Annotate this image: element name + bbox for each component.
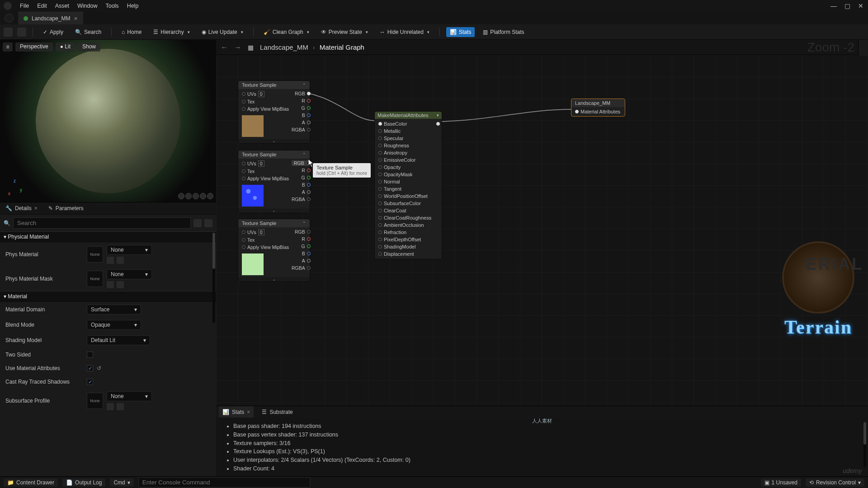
subsurface-dropdown[interactable]: None▾ xyxy=(107,391,152,401)
browse-to-icon[interactable] xyxy=(117,257,124,264)
stats-panel: Base pass shader: 194 instructions Base … xyxy=(216,418,868,476)
apply-button[interactable]: ✓ Apply xyxy=(39,27,67,37)
stats-scrollbar[interactable] xyxy=(863,422,866,467)
label-blend-mode: Blend Mode xyxy=(5,322,87,328)
node-texture-sample-2[interactable]: Texture Sample⌃ UVs 0 Tex Apply View Mip… xyxy=(238,150,310,213)
content-drawer-button[interactable]: 📁 Content Drawer xyxy=(4,479,58,487)
graph-grid-icon[interactable]: ▦ xyxy=(248,44,254,51)
node-expand-icon[interactable]: ⌄ xyxy=(238,277,310,282)
material-icon xyxy=(24,16,28,21)
use-selected-icon[interactable] xyxy=(107,257,114,264)
tab-close-button[interactable]: × xyxy=(74,15,77,22)
use-material-attributes-checkbox[interactable] xyxy=(87,365,93,371)
hide-unrelated-toggle[interactable]: ↔ Hide Unrelated xyxy=(376,27,433,37)
tab-substrate[interactable]: ☰Substrate xyxy=(258,406,296,418)
details-settings-icon[interactable] xyxy=(204,219,212,227)
search-button[interactable]: 🔍 Search xyxy=(71,27,105,37)
tab-details[interactable]: 🔧Details× xyxy=(0,202,43,214)
texture-thumbnail-2[interactable] xyxy=(242,185,264,206)
menu-help[interactable]: Help xyxy=(127,3,139,9)
save-icon[interactable] xyxy=(4,28,13,37)
texture-thumbnail-1[interactable] xyxy=(242,115,264,137)
texture-thumbnail-3[interactable] xyxy=(242,253,264,275)
asset-tab[interactable]: Landscape_MM × xyxy=(18,12,83,24)
details-scrollbar[interactable] xyxy=(212,233,215,323)
tab-details-close[interactable]: × xyxy=(34,205,38,211)
viewport-show-dropdown[interactable]: Show xyxy=(78,42,100,52)
window-minimize-button[interactable]: — xyxy=(830,2,837,9)
details-search-input[interactable] xyxy=(13,217,191,229)
graph-forward-button[interactable]: → xyxy=(234,43,241,52)
menu-asset[interactable]: Asset xyxy=(55,3,69,9)
revision-control-button[interactable]: ⟲ Revision Control ▾ xyxy=(806,479,864,487)
node-material-result[interactable]: Landscape_MM Material Attributes xyxy=(571,99,625,117)
stats-line: Shader Count: 4 xyxy=(233,465,860,473)
browse-icon[interactable] xyxy=(17,28,26,37)
category-physical-material[interactable]: ▾ Physical Material xyxy=(0,231,216,242)
details-filter-icon[interactable] xyxy=(193,219,202,227)
clean-graph-dropdown[interactable]: 🧹 Clean Graph xyxy=(260,27,313,37)
label-use-mat-attr: Use Material Attributes xyxy=(5,365,87,371)
viewport-shape-icons[interactable] xyxy=(178,193,213,199)
breadcrumb-separator: › xyxy=(313,43,315,51)
two-sided-checkbox[interactable] xyxy=(87,352,93,358)
menu-file[interactable]: File xyxy=(20,3,29,9)
node-make-material-attributes[interactable]: MakeMaterialAttributes▾ BaseColor Metall… xyxy=(374,111,442,259)
cast-ray-traced-shadows-checkbox[interactable] xyxy=(87,379,93,385)
node-collapse-icon[interactable]: ⌃ xyxy=(302,83,306,87)
node-texture-sample-1[interactable]: Texture Sample⌃ UVs 0 Tex Apply View Mip… xyxy=(238,80,310,144)
use-selected-icon-2[interactable] xyxy=(107,281,114,288)
viewport-perspective-dropdown[interactable]: Perspective xyxy=(15,42,53,52)
viewport-lit-dropdown[interactable]: ● Lit xyxy=(56,42,75,52)
material-graph-canvas[interactable]: Texture Sample⌃ UVs 0 Tex Apply View Mip… xyxy=(216,55,868,406)
tab-stats[interactable]: 📊Stats× xyxy=(219,406,254,418)
window-maximize-button[interactable]: ▢ xyxy=(844,2,851,9)
platform-stats-button[interactable]: ▥ Platform Stats xyxy=(479,27,528,37)
viewport-axis-gizmo: zyx xyxy=(8,179,23,194)
label-subsurface: Subsurface Profile xyxy=(5,398,87,404)
subsurface-thumb[interactable]: None xyxy=(87,393,103,409)
unreal-main-icon[interactable] xyxy=(5,14,14,23)
category-material[interactable]: ▾ Material xyxy=(0,291,216,302)
phys-material-thumb[interactable]: None xyxy=(87,246,103,263)
label-two-sided: Two Sided xyxy=(5,352,87,358)
node-expand-icon[interactable]: ⌄ xyxy=(238,208,310,213)
hierarchy-dropdown[interactable]: ☰ Hierarchy xyxy=(150,27,193,37)
tab-parameters[interactable]: ✎Parameters xyxy=(43,202,89,214)
node-texture-sample-3[interactable]: Texture Sample⌃ UVs 0 Tex Apply View Mip… xyxy=(238,219,310,282)
menu-tools[interactable]: Tools xyxy=(105,3,118,9)
console-command-input[interactable] xyxy=(138,477,310,488)
output-log-button[interactable]: 📄 Output Log xyxy=(62,479,105,487)
blend-mode-dropdown[interactable]: Opaque▾ xyxy=(87,320,141,330)
stats-toggle[interactable]: 📊 Stats xyxy=(446,27,475,37)
home-button[interactable]: ⌂ Home xyxy=(118,27,145,37)
material-domain-dropdown[interactable]: Surface▾ xyxy=(87,305,141,314)
reset-to-default-icon[interactable]: ↺ xyxy=(97,365,101,371)
browse-to-icon-3[interactable] xyxy=(117,403,124,410)
breadcrumb-root[interactable]: Landscape_MM xyxy=(260,43,308,51)
phys-material-mask-dropdown[interactable]: None▾ xyxy=(107,269,152,279)
menu-edit[interactable]: Edit xyxy=(37,3,47,9)
unsaved-indicator[interactable]: ▣ 1 Unsaved xyxy=(761,479,801,487)
live-update-toggle[interactable]: ◉ Live Update xyxy=(198,27,247,37)
graph-zoom-indicator: Zoom -2 xyxy=(807,40,863,55)
node-collapse-icon[interactable]: ⌃ xyxy=(302,152,306,157)
tab-title: Landscape_MM xyxy=(32,15,70,22)
breadcrumb-leaf: Material Graph xyxy=(320,43,364,51)
phys-material-dropdown[interactable]: None▾ xyxy=(107,245,152,255)
pin-basecolor[interactable]: BaseColor xyxy=(378,121,440,127)
use-selected-icon-3[interactable] xyxy=(107,403,114,410)
shading-model-dropdown[interactable]: Default Lit▾ xyxy=(87,335,150,345)
node-collapse-icon[interactable]: ⌃ xyxy=(302,221,306,225)
window-close-button[interactable]: ✕ xyxy=(857,2,864,9)
browse-to-icon-2[interactable] xyxy=(117,281,124,288)
cmd-dropdown[interactable]: Cmd ▾ xyxy=(110,479,133,487)
phys-material-mask-thumb[interactable]: None xyxy=(87,271,103,287)
material-preview-viewport[interactable]: ≡ Perspective ● Lit Show zyx xyxy=(0,40,216,202)
preview-state-dropdown[interactable]: 👁 Preview State xyxy=(317,27,372,37)
menu-window[interactable]: Window xyxy=(77,3,97,9)
node-expand-icon[interactable]: ⌄ xyxy=(238,139,310,143)
graph-back-button[interactable]: ← xyxy=(221,43,228,52)
stats-line: User interpolators: 2/4 Scalars (1/4 Vec… xyxy=(233,456,860,465)
viewport-options-button[interactable]: ≡ xyxy=(3,42,13,52)
